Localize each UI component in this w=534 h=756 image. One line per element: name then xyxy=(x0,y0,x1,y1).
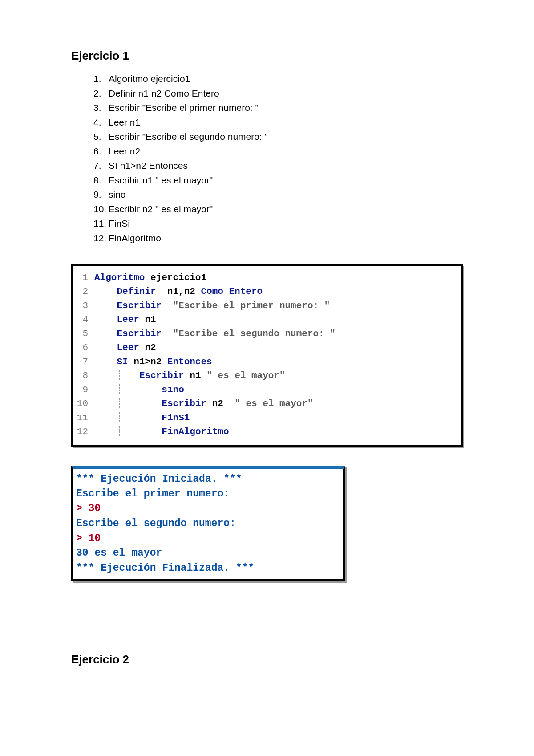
list-item: Leer n2 xyxy=(93,144,463,159)
list-item: Escribir "Escribe el primer numero: " xyxy=(93,101,463,115)
line-number: 8 xyxy=(73,369,94,383)
code-line: 1 Algoritmo ejercicio1 xyxy=(73,271,461,285)
code-content: Escribir "Escribe el segundo numero: " xyxy=(94,327,461,341)
list-item: Escribir "Escribe el segundo numero: " xyxy=(93,130,463,144)
console-line: > 10 xyxy=(76,531,340,546)
line-number: 4 xyxy=(73,313,94,327)
line-number: 6 xyxy=(73,341,94,355)
code-content: Escribir "Escribe el primer numero: " xyxy=(94,299,461,313)
line-number: 2 xyxy=(73,285,94,299)
code-line: 2 Definir n1,n2 Como Entero xyxy=(73,285,461,299)
line-number: 5 xyxy=(73,327,94,341)
code-line: 12 ┊ ┊ FinAlgoritmo xyxy=(73,425,461,439)
list-item: Definir n1,n2 Como Entero xyxy=(93,86,463,101)
code-line: 4 Leer n1 xyxy=(73,313,461,327)
console-line: Escribe el primer numero: xyxy=(76,487,340,501)
code-line: 3 Escribir "Escribe el primer numero: " xyxy=(73,299,461,313)
console-line: Escribe el segundo numero: xyxy=(76,516,340,531)
exercise-1: Ejercicio 1 Algoritmo ejercicio1 Definir… xyxy=(71,49,463,581)
line-number: 3 xyxy=(73,299,94,313)
exercise2-title: Ejercicio 2 xyxy=(71,653,463,667)
code-content: ┊ ┊ FinAlgoritmo xyxy=(94,425,461,439)
pseudocode-list: Algoritmo ejercicio1 Definir n1,n2 Como … xyxy=(93,72,463,246)
code-line: 7 SI n1>n2 Entonces xyxy=(73,355,461,369)
list-item: FinAlgoritmo xyxy=(93,231,463,246)
code-line: 11 ┊ ┊ FinSi xyxy=(73,411,461,425)
line-number: 11 xyxy=(73,411,94,425)
code-line: 10 ┊ ┊ Escribir n2 " es el mayor" xyxy=(73,397,461,411)
code-content: ┊ ┊ FinSi xyxy=(94,411,461,425)
list-item: SI n1>n2 Entonces xyxy=(93,159,463,173)
list-item: Escribir n2 " es el mayor" xyxy=(93,202,463,217)
line-number: 7 xyxy=(73,355,94,369)
list-item: sino xyxy=(93,187,463,202)
line-number: 12 xyxy=(73,425,94,439)
code-line: 8 ┊ Escribir n1 " es el mayor" xyxy=(73,369,461,383)
code-line: 5 Escribir "Escribe el segundo numero: " xyxy=(73,327,461,341)
code-line: 9 ┊ ┊ sino xyxy=(73,383,461,397)
code-content: Definir n1,n2 Como Entero xyxy=(94,285,461,299)
list-item: Leer n1 xyxy=(93,115,463,130)
console-line: *** Ejecución Iniciada. *** xyxy=(76,472,340,487)
code-content: Algoritmo ejercicio1 xyxy=(94,271,461,285)
code-content: ┊ ┊ Escribir n2 " es el mayor" xyxy=(94,397,461,411)
code-content: ┊ ┊ sino xyxy=(94,383,461,397)
console-output-box: *** Ejecución Iniciada. *** Escribe el p… xyxy=(71,466,345,581)
console-line: > 30 xyxy=(76,501,340,516)
code-editor-box: 1 Algoritmo ejercicio1 2 Definir n1,n2 C… xyxy=(71,264,463,447)
console-line: 30 es el mayor xyxy=(76,546,340,561)
list-item: Algoritmo ejercicio1 xyxy=(93,72,463,86)
code-line: 6 Leer n2 xyxy=(73,341,461,355)
code-content: SI n1>n2 Entonces xyxy=(94,355,461,369)
line-number: 9 xyxy=(73,383,94,397)
line-number: 1 xyxy=(73,271,94,285)
code-content: Leer n1 xyxy=(94,313,461,327)
code-content: ┊ Escribir n1 " es el mayor" xyxy=(94,369,461,383)
code-content: Leer n2 xyxy=(94,341,461,355)
line-number: 10 xyxy=(73,397,94,411)
list-item: FinSi xyxy=(93,216,463,231)
list-item: Escribir n1 " es el mayor" xyxy=(93,173,463,188)
exercise1-title: Ejercicio 1 xyxy=(71,49,463,63)
console-line: *** Ejecución Finalizada. *** xyxy=(76,561,340,576)
exercise-2: Ejercicio 2 xyxy=(71,653,463,667)
